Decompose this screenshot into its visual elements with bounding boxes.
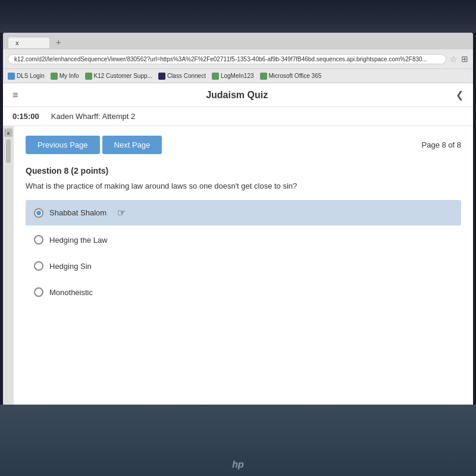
app-title: Judaism Quiz <box>206 90 268 101</box>
k12-icon <box>85 73 92 80</box>
option-text-2: Hedging the Law <box>49 236 108 245</box>
myinfo-icon <box>51 73 58 80</box>
k12-label: K12 Customer Supp... <box>94 73 152 79</box>
hamburger-menu-icon[interactable]: ≡ <box>12 90 18 101</box>
bookmarks-bar: DLS Login My Info K12 Customer Supp... C… <box>3 68 473 83</box>
scroll-up-button[interactable]: ▲ <box>4 129 12 137</box>
bookmark-dls-login[interactable]: DLS Login <box>8 73 45 80</box>
bookmark-star-icon[interactable]: ☆ <box>450 54 458 64</box>
option-text-1: Shabbat Shalom <box>49 208 107 217</box>
option-text-4: Monotheistic <box>49 288 93 297</box>
nav-collapse-icon[interactable]: ❮ <box>456 89 464 101</box>
radio-button-2[interactable] <box>34 235 43 245</box>
answer-option-3[interactable]: Hedging Sin <box>26 254 461 278</box>
cursor-pointer-icon: ☞ <box>117 207 126 218</box>
new-tab-button[interactable]: + <box>52 36 64 48</box>
myinfo-label: My Info <box>60 73 79 79</box>
quiz-content: Previous Page Next Page Page 8 of 8 Ques… <box>14 126 473 416</box>
next-page-button[interactable]: Next Page <box>102 136 162 154</box>
logmein-icon <box>212 73 219 80</box>
scrollbar-track <box>6 139 11 403</box>
bookmark-my-info[interactable]: My Info <box>51 73 79 80</box>
answer-option-1[interactable]: Shabbat Shalom ☞ <box>26 200 461 226</box>
logmein-label: LogMeIn123 <box>221 73 254 79</box>
office365-icon <box>260 73 267 80</box>
page-indicator: Page 8 of 8 <box>422 140 462 149</box>
nav-buttons-row: Previous Page Next Page Page 8 of 8 <box>26 136 461 154</box>
browser-tab[interactable]: x <box>8 37 50 48</box>
laptop-brand-logo: hp <box>232 459 244 470</box>
dls-label: DLS Login <box>17 73 45 79</box>
app-header: ≡ Judaism Quiz ❮ <box>3 83 473 107</box>
timer-bar: 0:15:00 Kaden Wharff: Attempt 2 <box>3 107 473 126</box>
radio-button-1[interactable] <box>34 208 43 218</box>
scroll-sidebar: ▲ ▼ <box>3 126 14 416</box>
tab-bar: x + <box>3 33 473 49</box>
student-attempt-info: Kaden Wharff: Attempt 2 <box>51 112 135 121</box>
extensions-icon[interactable]: ⊞ <box>461 54 468 64</box>
bookmark-k12[interactable]: K12 Customer Supp... <box>85 73 152 80</box>
bookmark-classconnect[interactable]: Class Connect <box>158 73 206 80</box>
office365-label: Microsoft Office 365 <box>269 73 322 79</box>
radio-button-3[interactable] <box>34 261 43 271</box>
question-points: (2 points) <box>71 166 108 176</box>
quiz-area: ▲ ▼ Previous Page Next Page Page 8 of 8 <box>3 126 473 416</box>
radio-button-4[interactable] <box>34 287 43 297</box>
answer-options: Shabbat Shalom ☞ Hedging the Law Hedging… <box>26 200 461 304</box>
question-text: What is the practice of making law aroun… <box>26 181 461 190</box>
option-text-3: Hedging Sin <box>49 262 92 271</box>
tab-close[interactable]: x <box>15 39 19 46</box>
previous-page-button[interactable]: Previous Page <box>26 136 100 154</box>
question-header: Question 8 (2 points) <box>26 166 461 176</box>
classconnect-icon <box>158 73 165 80</box>
answer-option-2[interactable]: Hedging the Law <box>26 228 461 252</box>
question-label: Question 8 <box>26 166 68 176</box>
timer-display: 0:15:00 <box>12 112 39 121</box>
url-input[interactable]: k12.com/d2l/le/enhancedSequenceViewer/83… <box>8 54 446 64</box>
classconnect-label: Class Connect <box>167 73 206 79</box>
address-bar: k12.com/d2l/le/enhancedSequenceViewer/83… <box>3 49 473 68</box>
page-nav-buttons: Previous Page Next Page <box>26 136 162 154</box>
scrollbar-thumb[interactable] <box>6 139 11 163</box>
answer-option-4[interactable]: Monotheistic <box>26 280 461 304</box>
bookmark-office365[interactable]: Microsoft Office 365 <box>260 73 322 80</box>
bookmark-logmein[interactable]: LogMeIn123 <box>212 73 254 80</box>
dls-icon <box>8 73 15 80</box>
